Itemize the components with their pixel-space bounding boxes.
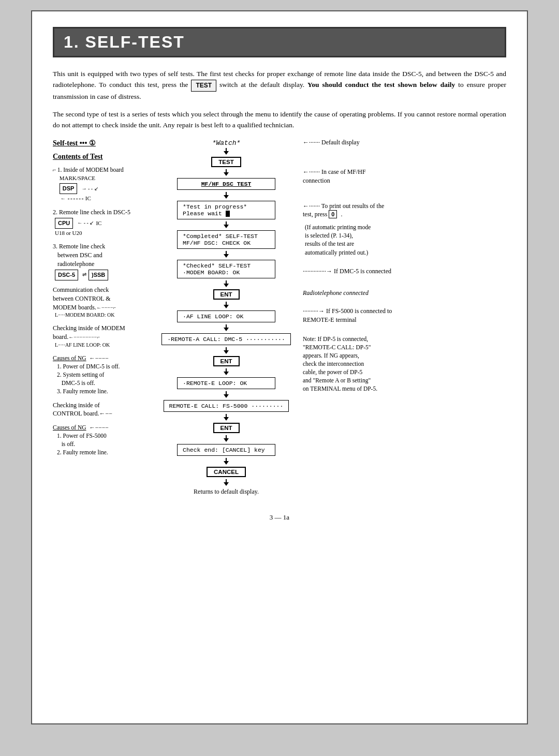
dsp-chip: DSP (60, 183, 78, 194)
progress-line2: Please wait (183, 210, 270, 217)
flow-remote-a: ·REMOTE-A CALL: DMC-5 ··········· (154, 333, 299, 345)
returns-text: Returns to default display. (194, 488, 259, 496)
right-column: ←······· Default display ←······· In cas… (299, 138, 506, 498)
center-column: *Watch* TEST MF/HF DSC TEST *Test (154, 138, 299, 498)
checked-display-box: *Checked* SELF-TEST ·MODEM BOARD: OK (177, 260, 275, 278)
cancel-button[interactable]: CANCEL (207, 467, 246, 477)
print-note-extra: (If automatic printing modeis selected (… (303, 223, 506, 256)
flow-progress-display: *Test in progress* Please wait (154, 201, 299, 219)
dsc5-chip: DSC-5 (55, 270, 78, 280)
flow-cancel-btn: CANCEL (154, 467, 299, 477)
right-note-dmc5: ···············→ If DMC-5 is connected (303, 267, 506, 276)
remote-e-loop-display-box: ·REMOTE-E LOOP: OK (177, 377, 275, 389)
ssb-chip: )SSB (89, 270, 108, 280)
flow-mfhf-display: MF/HF DSC TEST (154, 178, 299, 190)
ent-button-3[interactable]: ENT (213, 423, 240, 433)
intro-para2: The second type of test is a series of t… (53, 109, 506, 131)
remote-e-call-display-box: REMOTE-E CALL: FS-5000 ········· (164, 400, 289, 412)
intro-para1: This unit is equipped with two types of … (53, 69, 506, 102)
remote-a-text: ·REMOTE-A CALL: DMC-5 ··········· (167, 336, 285, 343)
right-note-dp5: Note: If DP-5 is connected,"REMOTE-C CAL… (303, 335, 506, 393)
diagram-area: Self-test ••• ① Contents of Test ⌐ 1. In… (53, 138, 506, 498)
flow-completed-display: *Completed* SELF-TEST MF/HF DSC: CHECK O… (154, 230, 299, 249)
checked-line1: *Checked* SELF-TEST (183, 262, 270, 269)
self-test-title: Self-test ••• ① (53, 138, 154, 149)
af-line-display-box: ·AF LINE LOOP: OK (177, 310, 275, 322)
flow-watch: *Watch* (154, 138, 299, 148)
flow-af-line: ·AF LINE LOOP: OK (154, 310, 299, 322)
check-end-text: Check end: [CANCEL] key (183, 447, 270, 453)
right-note-mfhf: ←······· In case of MF/HFconnection (303, 168, 506, 185)
page-footer: 3 — 1a (53, 513, 506, 522)
default-display-label: Default display (321, 139, 360, 146)
section-header: 1. SELF-TEST (53, 27, 506, 57)
remote-e-call-text: REMOTE-E CALL: FS-5000 ········· (169, 403, 284, 409)
right-note-radiotelephone: Radiotelephone connected (303, 289, 506, 298)
flow-checked-display: *Checked* SELF-TEST ·MODEM BOARD: OK (154, 260, 299, 278)
flow-remote-e-loop: ·REMOTE-E LOOP: OK (154, 377, 299, 389)
causes-ng-2: Causes of NG ←−−−− 1. Power of FS-5000 i… (53, 423, 154, 456)
left-item-3: 3. Remote line check between DSC and rad… (53, 242, 154, 280)
right-note-fs5000: ··········→ If FS-5000 is connected toRE… (303, 307, 506, 324)
left-column: Self-test ••• ① Contents of Test ⌐ 1. In… (53, 138, 154, 498)
dmc5-note-text: If DMC-5 is connected (334, 268, 391, 275)
completed-line2: MF/HF DSC: CHECK OK (183, 240, 270, 246)
flow-check-end: Check end: [CANCEL] key (154, 444, 299, 456)
check-end-display-box: Check end: [CANCEL] key (177, 444, 275, 456)
mfhf-display-box: MF/HF DSC TEST (177, 178, 275, 190)
dp5-note-text: Note: If DP-5 is connected,"REMOTE-C CAL… (303, 335, 506, 393)
watch-label: *Watch* (202, 138, 251, 148)
left-item-1: ⌐ 1. Inside of MODEM board MARK/SPACE DS… (53, 166, 154, 202)
footer-text: 3 — 1a (270, 513, 289, 521)
cpu-chip: CPU (55, 218, 73, 229)
completed-display-box: *Completed* SELF-TEST MF/HF DSC: CHECK O… (177, 230, 275, 249)
test-button-inline: TEST (191, 80, 216, 92)
remote-a-display-box: ·REMOTE-A CALL: DMC-5 ··········· (161, 333, 291, 345)
right-note-default: ←······· Default display (303, 138, 506, 147)
checked-line2: ·MODEM BOARD: OK (183, 269, 270, 276)
flow-test-btn: TEST (154, 157, 299, 167)
test-key-button[interactable]: TEST (211, 157, 241, 167)
progress-display-box: *Test in progress* Please wait (177, 201, 275, 219)
left-item-6: Checking inside ofCONTROL board.←−− (53, 401, 154, 419)
left-item-2: 2. Remote line check in DSC-5 CPU ← - - … (53, 208, 154, 238)
left-item-5: Checking inside of MODEMboard.←−−−−−−−−⌐… (53, 324, 154, 349)
flow-remote-e-call: REMOTE-E CALL: FS-5000 ········· (154, 400, 299, 412)
contents-title: Contents of Test (53, 152, 154, 162)
page: 1. SELF-TEST This unit is equipped with … (31, 10, 528, 724)
left-item-4: Communication checkbetween CONTROL &MODE… (53, 286, 154, 319)
ent-button-2[interactable]: ENT (213, 356, 240, 366)
flow-ent-btn1: ENT (154, 289, 299, 300)
causes-ng-1: Causes of NG ←−−−− 1. Power of DMC-5 is … (53, 354, 154, 395)
flow-returns: Returns to default display. (154, 488, 299, 496)
page-title: 1. SELF-TEST (64, 33, 185, 51)
progress-line1: *Test in progress* (183, 203, 270, 210)
flow-ent-btn2: ENT (154, 356, 299, 366)
completed-line1: *Completed* SELF-TEST (183, 233, 270, 240)
af-line-text: ·AF LINE LOOP: OK (183, 313, 270, 320)
flow-ent-btn3: ENT (154, 423, 299, 433)
right-note-print: ←······· To print out results of thetest… (303, 202, 506, 219)
ent-button-1[interactable]: ENT (213, 289, 240, 300)
remote-e-loop-text: ·REMOTE-E LOOP: OK (183, 380, 270, 387)
